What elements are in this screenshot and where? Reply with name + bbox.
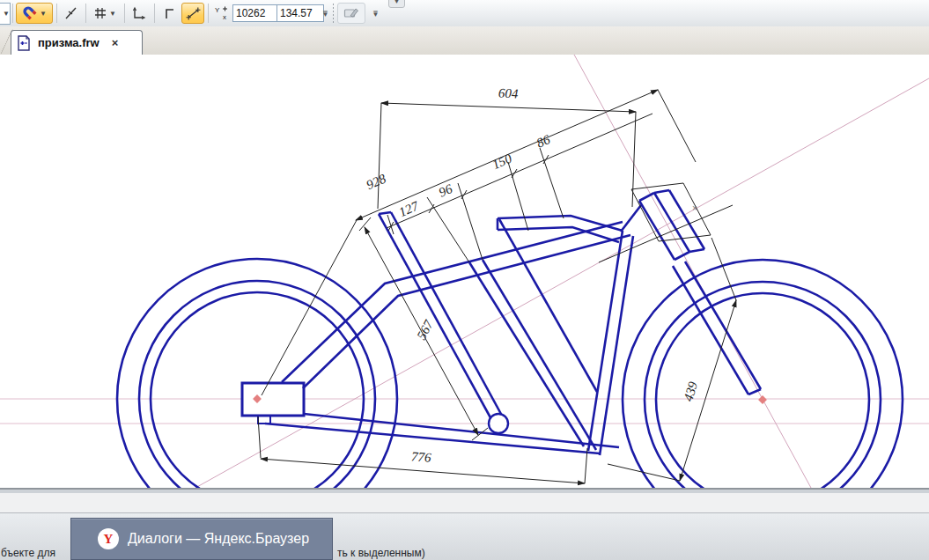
local-axes-button[interactable] [129,3,150,24]
ortho-icon [162,6,176,20]
close-icon[interactable]: × [112,38,119,48]
angle-snap-button[interactable] [61,3,82,24]
clipped-overflow-button[interactable]: ▼ [388,0,405,8]
status-hint-right: ть к выделенным) [337,547,425,559]
dim-604: 604 [498,86,520,101]
dim-928: 928 [364,171,387,192]
clear-style-button[interactable] [337,3,365,24]
style-combobox-partial[interactable]: ▼ [0,3,11,25]
front-axle-point[interactable] [758,395,767,404]
separator [124,4,125,23]
toolbar: ▼ ▼ ▼ [0,0,929,27]
dim-86: 86 [535,132,553,151]
coordinate-y-value: 134.57 [280,7,313,19]
separator [56,4,57,23]
bicycle-frame-drawing: 604 928 127 96 150 86 567 776 439 × [0,55,929,488]
tooltip-title: Диалоги — Яндекс.Браузер [128,531,309,547]
coordinate-y-field[interactable]: 134.57 [276,4,324,22]
snap-cross-marker: × [692,203,697,213]
drawing-canvas[interactable]: 604 928 127 96 150 86 567 776 439 × [0,55,929,488]
bottom-bracket[interactable] [489,414,508,433]
tab-label: призма.frw [38,36,100,49]
chevron-down-icon: ▼ [109,10,116,18]
coordinates-indicator: Y x [211,3,231,24]
separator [154,4,155,23]
panel-gap [0,493,929,512]
coordinate-x-value: 10262 [236,7,265,19]
brush-icon [343,6,359,20]
magnet-icon [22,5,38,21]
axes-icon [132,6,146,20]
toolbar-overflow-button[interactable]: ‗▼ [370,5,381,21]
taskbar-preview-tooltip: Y Диалоги — Яндекс.Браузер [70,518,333,560]
svg-text:Y: Y [215,6,220,14]
yandex-browser-icon: Y [98,528,119,549]
kompas-window: ▼ ▼ ▼ [0,0,929,560]
tab-prizma-frw[interactable]: призма.frw × [11,30,143,55]
front-wheel[interactable] [623,260,903,488]
toolbar-overflow-button[interactable]: ‗▼ [320,5,331,21]
separator [208,4,209,23]
snap-magnet-button[interactable]: ▼ [16,3,53,24]
status-hint-left: бъекте для [1,547,55,559]
separator [333,4,334,23]
dim-150: 150 [490,151,513,172]
snap-points-button[interactable] [181,3,204,24]
ortho-mode-button[interactable] [159,3,180,24]
dim-776: 776 [411,449,432,465]
grid-icon [93,6,107,20]
coordinates-icon: Y x [214,5,229,21]
chevron-down-icon: ▼ [40,10,47,18]
document-icon [17,35,31,51]
snap-points-icon [186,6,201,21]
dim-439: 439 [681,379,700,403]
head-tube[interactable] [621,190,704,260]
svg-text:x: x [223,13,226,21]
angle-snap-icon [64,6,78,20]
coordinate-x-field[interactable]: 10262 [232,4,280,22]
frame-geometry[interactable] [242,190,761,455]
dim-567: 567 [414,317,436,343]
grid-button[interactable]: ▼ [89,3,121,24]
rear-hub-plate[interactable] [242,383,304,416]
chevron-down-icon: ▼ [3,10,10,18]
separator [12,4,13,23]
separator [85,4,86,23]
